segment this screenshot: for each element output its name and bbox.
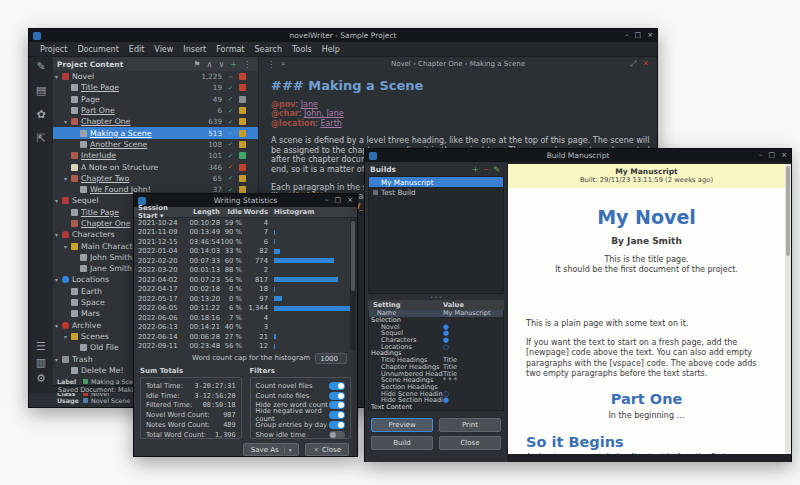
menu-dots-icon[interactable]: ⋮ — [240, 60, 254, 69]
menu-item[interactable]: Edit — [124, 45, 150, 54]
edit-view-icon[interactable]: ✎ — [29, 60, 53, 73]
tree-item[interactable]: Part One 6 ✓ — [53, 105, 258, 116]
filter-toggle[interactable] — [329, 401, 345, 409]
build-titlebar[interactable]: Build Manuscript – □ × — [365, 149, 791, 162]
session-row[interactable]: 2022-06-05 00:11:22 6 % 1,344 — [138, 304, 353, 314]
session-row[interactable]: 2022-04-17 00:02:18 0 % 18 — [138, 285, 353, 295]
menu-item[interactable]: Search — [249, 45, 286, 54]
close-icon[interactable]: × — [347, 194, 353, 207]
tree-item-check-icon[interactable]: ✓ — [226, 107, 235, 115]
tree-item[interactable]: ▾ Chapter Two 65 ✓ — [53, 173, 258, 184]
tree-item-check-icon[interactable]: ✓ — [226, 140, 235, 148]
writing-stats-icon[interactable]: ▥ — [29, 356, 53, 369]
tree-item[interactable]: ▾ Novel 1,225 − — [53, 71, 258, 82]
manuscript-page[interactable]: My Manuscript Built: 29/11/23 13:11:59 (… — [508, 164, 785, 454]
close-icon[interactable]: × — [781, 149, 787, 162]
tree-item[interactable]: Title Page 19 ✓ — [53, 82, 258, 93]
preview-scrollbar[interactable] — [785, 164, 791, 454]
expand-arrow-icon[interactable]: ▾ — [55, 322, 62, 329]
bookmark-icon[interactable]: ⚑ — [190, 60, 203, 69]
close-icon[interactable]: × — [647, 29, 653, 42]
expand-arrow-icon[interactable]: ▾ — [55, 276, 62, 283]
novel-rose-icon[interactable]: ✿ — [29, 108, 53, 121]
build-list-item[interactable]: My Manuscript — [369, 177, 503, 187]
expand-arrow-icon[interactable]: ▾ — [55, 356, 62, 363]
save-as-dropdown-icon[interactable]: ▾ — [284, 447, 292, 453]
move-down-icon[interactable]: ∨ — [215, 60, 227, 69]
cap-spinner[interactable]: 1000 — [315, 353, 347, 364]
session-row[interactable]: 2022-06-14 00:06:28 27 % 21 — [138, 332, 353, 342]
export-icon[interactable]: ⇱ — [29, 132, 53, 145]
tag-value[interactable]: Earth — [320, 119, 341, 128]
session-row[interactable]: 2021-12-15 03:46:54 100 % 6 — [138, 237, 353, 247]
remove-build-icon[interactable]: − — [481, 165, 492, 174]
print-button[interactable]: Print — [439, 418, 501, 432]
menu-item[interactable]: Insert — [178, 45, 211, 54]
maximize-icon[interactable]: □ — [335, 194, 342, 207]
session-row[interactable]: 2022-04-02 00:07:23 56 % 817 — [138, 275, 353, 285]
menu-item[interactable]: Tools — [287, 45, 317, 54]
table-scrollbar[interactable] — [350, 219, 356, 350]
scrollbar-thumb[interactable] — [786, 166, 790, 256]
save-as-button[interactable]: Save As▾ — [243, 443, 300, 456]
build-close-button[interactable]: Close — [439, 436, 501, 450]
tree-item[interactable]: ▾ Chapter One 639 ✓ — [53, 116, 258, 127]
filter-toggle[interactable] — [329, 431, 345, 439]
expand-arrow-icon[interactable]: ▾ — [64, 333, 71, 340]
minimize-icon[interactable]: – — [759, 149, 763, 162]
expand-arrow-icon[interactable]: ▾ — [64, 175, 71, 182]
column-length[interactable]: Length — [182, 208, 220, 216]
outline-view-icon[interactable]: ▤ — [29, 84, 53, 97]
expand-arrow-icon[interactable]: ▾ — [64, 118, 71, 125]
session-row[interactable]: 2021-10-24 00:10:28 59 % 4 — [138, 218, 353, 228]
column-histogram[interactable]: Histogram — [268, 208, 353, 216]
session-row[interactable]: 2022-06-06 00:18:16 7 % 4 — [138, 313, 353, 323]
tree-item-check-icon[interactable]: ✓ — [226, 118, 235, 126]
tag-value[interactable]: Jane — [301, 100, 318, 109]
menu-item[interactable]: Help — [317, 45, 345, 54]
build-list-item[interactable]: Test Build — [369, 187, 503, 197]
tree-item-check-icon[interactable]: ✓ — [226, 129, 235, 137]
tree-item-check-icon[interactable]: ✓ — [226, 95, 235, 103]
session-row[interactable]: 2022-01-04 00:14:03 33 % 82 — [138, 247, 353, 257]
menu-item[interactable]: Format — [211, 45, 249, 54]
details-list-icon[interactable]: ☰ — [29, 340, 53, 353]
tree-item-check-icon[interactable]: ✓ — [226, 174, 235, 182]
search-icon[interactable]: ⌕ — [278, 59, 288, 69]
move-up-icon[interactable]: ∧ — [204, 60, 216, 69]
settings-gear-icon[interactable]: ⚙ — [29, 372, 53, 385]
main-titlebar[interactable]: novelWriter - Sample Project – □ × — [29, 29, 657, 42]
tree-item[interactable]: A Note on Structure 346 ✓ — [53, 161, 258, 172]
tag-value[interactable]: John, Jane — [304, 109, 344, 118]
edit-build-icon[interactable]: ✎ — [491, 165, 502, 174]
session-row[interactable]: 2022-05-17 00:13:20 0 % 97 — [138, 294, 353, 304]
expand-arrow-icon[interactable]: ▾ — [64, 243, 71, 250]
filter-toggle[interactable] — [329, 392, 345, 400]
session-row[interactable]: 2022-09-11 00:23:48 56 % 12 — [138, 342, 353, 352]
maximize-editor-icon[interactable]: ⤢ — [627, 59, 639, 69]
menu-item[interactable]: Document — [72, 45, 123, 54]
minimize-icon[interactable]: – — [625, 29, 629, 42]
tree-item[interactable]: Another Scene 108 ✓ — [53, 139, 258, 150]
tree-item[interactable]: Interlude 101 ✓ — [53, 150, 258, 161]
expand-arrow-icon[interactable]: ▾ — [55, 197, 62, 204]
column-words[interactable]: Words — [242, 208, 268, 216]
session-row[interactable]: 2021-11-09 00:13:49 90 % 7 — [138, 228, 353, 238]
tree-item-check-icon[interactable]: ✓ — [226, 84, 235, 92]
tree-item-check-icon[interactable]: ✓ — [226, 163, 235, 171]
filter-toggle[interactable] — [329, 421, 345, 429]
maximize-icon[interactable]: □ — [769, 149, 776, 162]
tree-item-check-icon[interactable]: ✓ — [226, 152, 235, 160]
stats-close-button[interactable]: ✕Close — [305, 443, 349, 456]
column-idle[interactable]: Idle — [220, 208, 242, 216]
maximize-icon[interactable]: □ — [635, 29, 642, 42]
column-session-start[interactable]: Session Start ▾ — [138, 204, 182, 220]
expand-arrow-icon[interactable]: ▾ — [55, 73, 62, 80]
close-document-icon[interactable]: ✕ — [639, 59, 652, 69]
session-row[interactable]: 2022-03-20 00:01:13 88 % 2 — [138, 266, 353, 276]
menu-item[interactable]: Project — [35, 45, 72, 54]
preview-button[interactable]: Preview — [371, 418, 433, 432]
session-row[interactable]: 2022-02-20 00:07:33 60 % 774 — [138, 256, 353, 266]
filter-toggle[interactable] — [329, 411, 345, 419]
build-setting-row[interactable]: Text Content — [369, 404, 503, 411]
